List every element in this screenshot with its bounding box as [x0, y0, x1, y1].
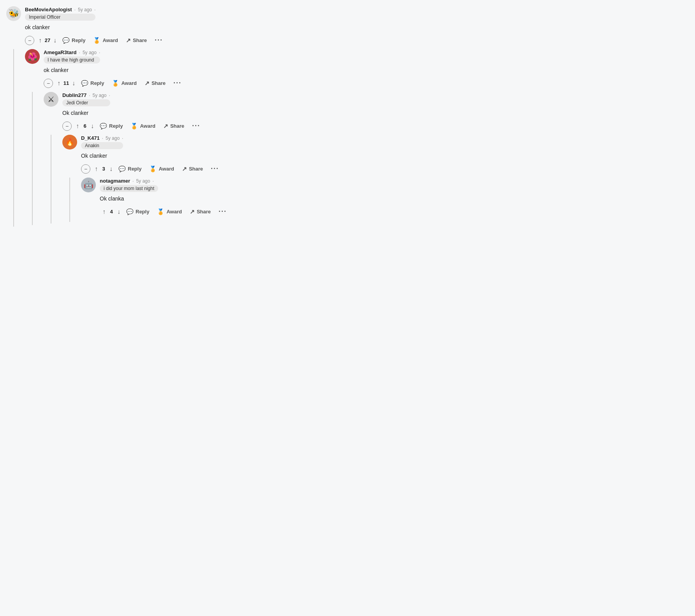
indent-c3: ⚔ Dublin277 · 5y ago · Jedi Order — [32, 92, 344, 225]
username-c5: notagmamer — [100, 178, 130, 184]
vote-section-c4: ↑ 3 ↓ — [93, 165, 114, 173]
upvote-btn-c1[interactable]: ↑ — [37, 36, 43, 45]
reply-icon-c4: 💬 — [118, 165, 126, 172]
avatar-c1: 🐝 — [6, 6, 21, 21]
award-btn-c5[interactable]: 🏅 Award — [154, 207, 185, 217]
award-btn-c4[interactable]: 🏅 Award — [146, 164, 177, 174]
share-icon-c3: ↗ — [163, 123, 168, 130]
award-icon-c5: 🏅 — [157, 208, 164, 215]
comment-header-c3: ⚔ Dublin277 · 5y ago · Jedi Order — [44, 92, 344, 107]
vote-section-c1: ↑ 27 ↓ — [37, 36, 58, 45]
comment-header-c5: 🤖 notagmamer · 5y ago · — [81, 178, 344, 192]
comment-header-c1: 🐝 BeeMovieApologist · 5y ago · Imperial … — [6, 6, 344, 21]
vote-section-c2: ↑ 11 ↓ — [56, 79, 76, 88]
time-c1: 5y ago — [78, 7, 92, 12]
share-btn-c4[interactable]: ↗ Share — [179, 164, 206, 174]
upvote-btn-c4[interactable]: ↑ — [93, 165, 99, 173]
avatar-c3: ⚔ — [44, 92, 58, 107]
user-meta-c5: notagmamer · 5y ago · — [100, 178, 158, 184]
vote-count-c1: 27 — [44, 37, 51, 43]
comment-body-c1: ok clanker — [25, 23, 344, 32]
indent-c5: 🤖 notagmamer · 5y ago · — [69, 178, 344, 222]
collapse-btn-c2[interactable]: − — [44, 79, 53, 88]
reply-btn-c4[interactable]: 💬 Reply — [115, 164, 145, 174]
vote-count-c4: 3 — [101, 166, 107, 172]
comment-actions-c3: − ↑ 6 ↓ 💬 Reply 🏅 — [62, 120, 344, 132]
award-icon-c2: 🏅 — [112, 80, 119, 87]
vote-count-c5: 4 — [108, 209, 115, 215]
avatar-c5: 🤖 — [81, 178, 96, 192]
share-icon-c5: ↗ — [190, 208, 195, 215]
flair-c2: I have the high ground — [44, 56, 100, 63]
time-c3: 5y ago — [92, 93, 106, 98]
time-c4: 5y ago — [106, 136, 120, 141]
user-info-c5: notagmamer · 5y ago · i did your mom las… — [100, 178, 158, 192]
comment-header-c4: 🔥 D_K471 · 5y ago · Anakin — [62, 135, 344, 150]
comment-dublin277: ⚔ Dublin277 · 5y ago · Jedi Order — [44, 92, 344, 224]
upvote-btn-c2[interactable]: ↑ — [56, 79, 62, 88]
share-btn-c3[interactable]: ↗ Share — [160, 121, 187, 131]
collapse-btn-c3[interactable]: − — [62, 121, 72, 131]
share-btn-c1[interactable]: ↗ Share — [123, 35, 150, 46]
vote-count-c2: 11 — [63, 80, 69, 86]
flair-c5: i did your mom last night — [100, 185, 158, 192]
share-btn-c2[interactable]: ↗ Share — [141, 78, 169, 88]
comment-actions-c1: − ↑ 27 ↓ 💬 Reply 🏅 Award ↗ Share ··· — [25, 35, 344, 46]
more-btn-c2[interactable]: ··· — [170, 77, 185, 89]
flair-c3: Jedi Order — [62, 99, 110, 106]
share-icon-c4: ↗ — [182, 165, 187, 172]
share-icon-c2: ↗ — [145, 80, 150, 87]
user-meta-c1: BeeMovieApologist · 5y ago · — [25, 7, 95, 12]
user-info-c1: BeeMovieApologist · 5y ago · Imperial Of… — [25, 7, 95, 21]
more-btn-c4[interactable]: ··· — [208, 163, 222, 174]
comment-amegar3tard: 🌺 AmegaR3tard · 5y ago · I have the high… — [25, 49, 344, 225]
upvote-btn-c3[interactable]: ↑ — [75, 122, 80, 130]
indent-c2: 🌺 AmegaR3tard · 5y ago · I have the high… — [13, 49, 344, 227]
collapse-btn-c1[interactable]: − — [25, 36, 34, 45]
reply-btn-c3[interactable]: 💬 Reply — [97, 121, 126, 131]
vote-section-c3: ↑ 6 ↓ — [75, 122, 95, 130]
downvote-btn-c4[interactable]: ↓ — [108, 165, 114, 173]
flair-c1: Imperial Officer — [25, 14, 95, 21]
time-c5: 5y ago — [136, 178, 150, 184]
user-info-c4: D_K471 · 5y ago · Anakin — [81, 135, 123, 149]
comment-actions-c5: ↑ 4 ↓ 💬 Reply — [100, 206, 344, 217]
reply-icon-c5: 💬 — [126, 208, 134, 215]
downvote-btn-c3[interactable]: ↓ — [90, 122, 95, 130]
downvote-btn-c5[interactable]: ↓ — [116, 208, 122, 216]
avatar-c2: 🌺 — [25, 49, 40, 64]
user-info-c2: AmegaR3tard · 5y ago · I have the high g… — [44, 49, 100, 63]
comment-body-c4: Ok clanker — [81, 152, 344, 160]
time-c2: 5y ago — [83, 50, 97, 55]
award-icon-c1: 🏅 — [93, 37, 101, 44]
award-btn-c1[interactable]: 🏅 Award — [90, 35, 121, 46]
flair-c4: Anakin — [81, 142, 123, 149]
comment-body-c5: Ok clanka — [100, 195, 344, 203]
award-btn-c2[interactable]: 🏅 Award — [109, 78, 140, 88]
username-c4: D_K471 — [81, 135, 100, 141]
upvote-btn-c5[interactable]: ↑ — [101, 208, 107, 216]
reply-btn-c2[interactable]: 💬 Reply — [78, 78, 107, 88]
award-btn-c3[interactable]: 🏅 Award — [127, 121, 159, 131]
username-c3: Dublin277 — [62, 92, 86, 98]
collapse-btn-c4[interactable]: − — [81, 164, 90, 174]
username-c1: BeeMovieApologist — [25, 7, 72, 12]
comment-body-c3: Ok clanker — [62, 109, 344, 117]
downvote-btn-c1[interactable]: ↓ — [52, 36, 58, 45]
comment-beemovieapologist: 🐝 BeeMovieApologist · 5y ago · Imperial … — [6, 6, 344, 227]
more-btn-c1[interactable]: ··· — [152, 35, 166, 46]
comment-actions-c4: − ↑ 3 ↓ 💬 Reply — [81, 163, 344, 174]
comment-actions-c2: − ↑ 11 ↓ 💬 Reply 🏅 Award — [44, 77, 344, 89]
reply-btn-c1[interactable]: 💬 Reply — [59, 35, 88, 46]
award-icon-c3: 🏅 — [131, 123, 138, 130]
reply-btn-c5[interactable]: 💬 Reply — [123, 207, 152, 217]
downvote-btn-c2[interactable]: ↓ — [71, 79, 76, 88]
comment-body-c2: ok clanker — [44, 66, 344, 74]
reply-icon-c2: 💬 — [81, 80, 88, 87]
reply-icon-c1: 💬 — [62, 37, 70, 44]
user-info-c3: Dublin277 · 5y ago · Jedi Order — [62, 92, 110, 106]
more-btn-c3[interactable]: ··· — [189, 120, 203, 132]
share-btn-c5[interactable]: ↗ Share — [187, 207, 214, 217]
vote-count-c3: 6 — [82, 123, 88, 129]
more-btn-c5[interactable]: ··· — [215, 206, 230, 217]
